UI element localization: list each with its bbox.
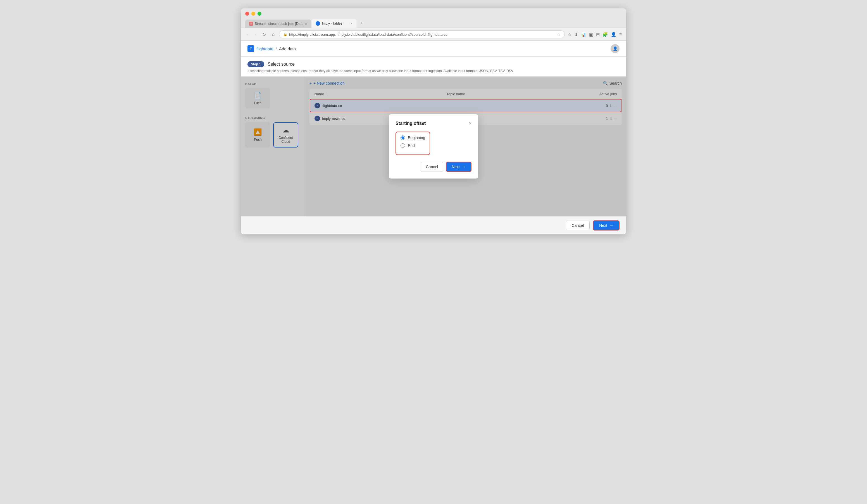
modal-body: Beginning End [396,131,471,155]
forward-button[interactable]: › [253,31,258,37]
step-title: Select source [268,62,295,67]
url-bar[interactable]: 🔒 https://imply-clickstream.app.imply.io… [279,31,565,38]
imply-tab-icon: I [315,21,320,26]
modal-next-button[interactable]: Next → [446,162,471,172]
url-prefix: https://imply-clickstream.app. [289,32,336,36]
step-description: If selecting multiple sources, please en… [247,69,620,73]
radio-beginning-input[interactable] [400,136,405,140]
tab-stream-label: Stream · stream-adsb-json [De... [255,22,303,26]
radio-end[interactable]: End [400,143,425,148]
download-icon[interactable]: ⬇ [574,32,578,37]
starting-offset-modal: Starting offset × Beginning End [389,114,478,179]
bottom-bar: Cancel Next → [241,216,626,234]
radio-end-input[interactable] [400,143,405,148]
step-badge: Step 1 [247,61,264,67]
modal-header: Starting offset × [396,121,471,126]
breadcrumb-separator: / [276,46,277,51]
minimize-button[interactable] [251,12,255,15]
security-icon: 🔒 [283,32,287,36]
star-icon[interactable]: ☆ [557,32,560,36]
bottom-next-arrow: → [609,223,613,228]
breadcrumb-parent[interactable]: flightdata [256,46,274,51]
step-header: Step 1 Select source If selecting multip… [241,57,626,77]
maximize-button[interactable] [258,12,261,15]
profile-icon[interactable]: 👤 [611,32,617,37]
bottom-next-button[interactable]: Next → [593,221,620,230]
radio-beginning-label: Beginning [408,136,425,140]
avatar[interactable]: 👤 [611,44,620,53]
main-area: BATCH 📄 Files STREAMING 🔼 Push ☁ Con [241,77,626,216]
chart-icon[interactable]: 📊 [581,32,586,37]
breadcrumb-current: Add data [279,46,296,51]
toolbar-icons: ☆ ⬇ 📊 ▣ ⊞ 🧩 👤 ≡ [568,32,622,37]
grid-icon[interactable]: ⊞ [596,32,600,37]
url-path: /tables/flightdata/load-data/confluent?s… [351,32,448,36]
modal-cancel-button[interactable]: Cancel [421,162,443,172]
address-bar: ‹ › ↻ ⌂ 🔒 https://imply-clickstream.app.… [241,28,626,41]
modal-title: Starting offset [396,121,426,126]
bookmarks-icon[interactable]: ☆ [568,32,571,37]
add-tab-button[interactable]: + [357,19,365,28]
modal-overlay: Starting offset × Beginning End [241,77,626,216]
refresh-button[interactable]: ↻ [260,31,268,38]
bottom-cancel-button[interactable]: Cancel [566,221,590,230]
modal-next-arrow: → [462,164,466,169]
title-bar: ✕ Stream · stream-adsb-json [De... ✕ I I… [241,8,626,28]
radio-end-label: End [408,143,415,148]
extensions-icon[interactable]: 🧩 [602,32,608,37]
radio-group: Beginning End [396,131,430,155]
tab-imply-label: Imply · Tables [322,22,342,25]
app-header: T flightdata / Add data 👤 [241,41,626,57]
close-button[interactable] [245,12,249,15]
back-button[interactable]: ‹ [245,31,250,37]
tab-imply[interactable]: I Imply · Tables ✕ [312,19,356,28]
tab-stream-close[interactable]: ✕ [305,22,307,26]
traffic-lights [245,12,622,15]
modal-close-button[interactable]: × [469,121,471,126]
browser-window: ✕ Stream · stream-adsb-json [De... ✕ I I… [241,8,626,234]
home-button[interactable]: ⌂ [270,31,277,37]
modal-next-label: Next [452,164,460,169]
stream-tab-icon: ✕ [249,22,253,26]
tab-imply-close[interactable]: ✕ [350,22,353,25]
radio-beginning[interactable]: Beginning [400,136,425,140]
url-domain: imply.io [338,32,350,36]
tab-stream[interactable]: ✕ Stream · stream-adsb-json [De... ✕ [245,20,311,28]
tabs-row: ✕ Stream · stream-adsb-json [De... ✕ I I… [245,19,622,28]
modal-footer: Cancel Next → [396,162,471,172]
menu-icon[interactable]: ≡ [619,32,622,37]
app-content: T flightdata / Add data 👤 Step 1 Select … [241,41,626,234]
sidebar-icon[interactable]: ▣ [589,32,593,37]
bottom-next-label: Next [599,223,607,228]
app-logo: T [247,45,254,52]
breadcrumb: T flightdata / Add data [247,45,296,52]
